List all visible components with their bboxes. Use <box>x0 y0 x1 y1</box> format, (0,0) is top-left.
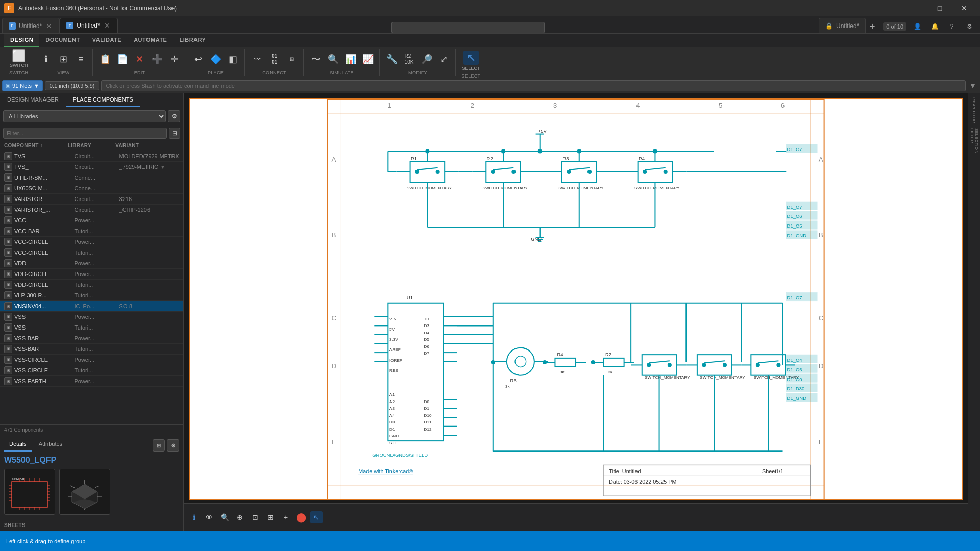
canvas-visibility-btn[interactable]: 👁 <box>203 511 215 523</box>
ribbon-btn-layers[interactable]: ≡ <box>73 53 89 65</box>
svg-text:D1_O5: D1_O5 <box>787 223 802 229</box>
list-item[interactable]: ▣UX60SC-M...Conne... <box>0 183 183 194</box>
selection-filter-btn[interactable]: SELECTION FILTER <box>969 128 979 159</box>
ribbon-tab-validate[interactable]: VALIDATE <box>86 34 128 47</box>
panel-tab-place-components[interactable]: PLACE COMPONENTS <box>66 93 140 107</box>
ribbon-btn-sim4[interactable]: 📈 <box>360 53 376 65</box>
canvas-zoom-in-btn[interactable]: ⊕ <box>234 511 246 523</box>
new-tab-button[interactable]: + <box>866 20 879 33</box>
list-item[interactable]: ▣VLP-300-R...Tutori... <box>0 290 183 301</box>
question-icon[interactable]: ? <box>945 20 959 33</box>
ribbon-btn-bus[interactable]: 0101 <box>266 52 283 67</box>
right-inspector-panel: INSPECTOR SELECTION FILTER <box>968 93 980 531</box>
list-item[interactable]: ▣VSS-BARTutori... <box>0 344 183 355</box>
ribbon-btn-sim1[interactable]: 〜 <box>308 53 324 65</box>
list-item[interactable]: ▣VSSTutori... <box>0 322 183 333</box>
ribbon-btn-modify4[interactable]: ⤢ <box>436 53 452 65</box>
ribbon-btn-paste[interactable]: 📋 <box>97 53 113 65</box>
canvas-fit-btn[interactable]: ⊡ <box>249 511 261 523</box>
canvas-area[interactable]: 1 2 3 4 5 6 A A B B C C D D E E <box>184 93 968 531</box>
inspector-panel-btn[interactable]: INSPECTOR <box>969 95 979 126</box>
close-button[interactable]: ✕ <box>952 0 976 16</box>
component-library: Power... <box>74 314 119 320</box>
ribbon-btn-mirror[interactable]: 🔷 <box>208 53 224 65</box>
tab-3[interactable]: 🔒 Untitled* <box>819 18 866 33</box>
command-input[interactable] <box>101 80 966 91</box>
library-select-dropdown[interactable]: All Libraries <box>3 110 166 122</box>
panel-tab-design-manager[interactable]: DESIGN MANAGER <box>0 93 66 107</box>
list-item[interactable]: ▣U.FL-R-SM...Conne... <box>0 172 183 183</box>
ribbon-btn-wire[interactable]: 〰 <box>249 54 265 64</box>
bell-icon[interactable]: 🔔 <box>928 20 941 33</box>
details-grid-btn[interactable]: ⊞ <box>153 439 165 452</box>
user-icon[interactable]: 👤 <box>911 20 924 33</box>
details-settings-btn[interactable]: ⚙ <box>167 439 179 452</box>
list-item[interactable]: ▣VSS-EARTHPower... <box>0 376 183 387</box>
ribbon-btn-switch[interactable]: ⬜ SWITCH <box>7 49 31 69</box>
ribbon-btn-resistor[interactable]: R210K <box>401 52 418 67</box>
list-item[interactable]: ▣VSS-BARPower... <box>0 333 183 344</box>
tab-search-input[interactable] <box>391 22 545 33</box>
filter-input[interactable] <box>3 128 167 139</box>
ribbon-tab-library[interactable]: LIBRARY <box>173 34 212 47</box>
list-item[interactable]: ▣VCC-CIRCLETutori... <box>0 247 183 258</box>
canvas-select-btn[interactable]: ↖ <box>310 511 323 523</box>
ribbon-btn-info[interactable]: ℹ <box>38 53 55 65</box>
minimize-button[interactable]: — <box>903 0 927 16</box>
ribbon-tab-design[interactable]: DESIGN <box>4 34 39 47</box>
list-item[interactable]: ▣VARISTOR_...Circuit..._CHIP-1206 <box>0 205 183 215</box>
tab-1-close[interactable]: ✕ <box>45 21 53 31</box>
ribbon-btn-modify3[interactable]: 🔎 <box>419 53 435 65</box>
list-item[interactable]: ▣VCC-BARTutori... <box>0 226 183 237</box>
list-item[interactable]: ▣VSS-CIRCLEPower... <box>0 355 183 365</box>
ribbon-btn-copy[interactable]: 📄 <box>114 53 131 65</box>
ribbon-btn-sim2[interactable]: 🔍 <box>325 53 341 65</box>
gear-icon[interactable]: ⚙ <box>963 20 976 33</box>
ribbon-btn-select[interactable]: ↖ SELECT <box>460 49 483 72</box>
canvas-add-btn[interactable]: + <box>280 511 292 523</box>
ribbon-btn-net[interactable]: ⊞ <box>284 55 300 63</box>
svg-line-71 <box>417 168 438 170</box>
list-item[interactable]: ▣VNSINV04...IC_Po...SO-8 <box>0 301 183 312</box>
svg-text:D: D <box>331 362 336 370</box>
ribbon-btn-add[interactable]: ➕ <box>149 53 165 65</box>
ribbon-btn-modify1[interactable]: 🔧 <box>384 53 400 65</box>
canvas-info-btn[interactable]: ℹ <box>188 511 200 523</box>
library-settings-btn[interactable]: ⚙ <box>168 110 180 122</box>
list-item[interactable]: ▣VDD-CIRCLEPower... <box>0 269 183 280</box>
schematic-canvas[interactable]: 1 2 3 4 5 6 A A B B C C D D E E <box>189 98 963 500</box>
list-item[interactable]: ▣VSSPower... <box>0 312 183 322</box>
filter-options-btn[interactable]: ⊟ <box>169 128 180 139</box>
list-item[interactable]: ▣VARISTORCircuit...3216 <box>0 194 183 205</box>
canvas-stop-btn[interactable]: ⬤ <box>295 511 307 523</box>
list-item[interactable]: ▣TVS_Circuit..._7929-METRIC▼ <box>0 162 183 172</box>
ribbon-btn-place[interactable]: ◧ <box>225 53 241 65</box>
details-tab-details[interactable]: Details <box>4 439 32 452</box>
command-dropdown-btn[interactable]: ▼ <box>968 80 978 91</box>
ribbon-btn-sim3[interactable]: 📊 <box>342 53 359 65</box>
list-item[interactable]: ▣VDDPower... <box>0 258 183 269</box>
ribbon-btn-move[interactable]: ✛ <box>166 53 183 65</box>
ribbon-tab-automate[interactable]: AUTOMATE <box>128 34 173 47</box>
canvas-grid-btn[interactable]: ⊞ <box>264 511 277 523</box>
net-select-dropdown[interactable]: ▣ 91 Nets ▼ <box>2 80 43 91</box>
tab-2-close[interactable]: ✕ <box>103 20 111 31</box>
list-item[interactable]: ▣VCC-CIRCLEPower... <box>0 237 183 247</box>
ribbon-btn-rotate[interactable]: ↩ <box>190 53 207 65</box>
ribbon-btn-delete[interactable]: ✕ <box>132 53 148 65</box>
list-item[interactable]: ▣TVSCircuit...MOLDED(7929-METRIC)▼ <box>0 151 183 162</box>
canvas-zoom-out-btn[interactable]: 🔍 <box>218 511 231 523</box>
list-item[interactable]: ▣VCCPower... <box>0 215 183 226</box>
details-tab-attributes[interactable]: Attributes <box>34 439 67 452</box>
component-name: VCC-CIRCLE <box>14 239 74 245</box>
list-item[interactable]: ▣VSS-CIRCLETutori... <box>0 365 183 376</box>
svg-point-240 <box>538 149 542 153</box>
tab-1[interactable]: F Untitled* ✕ <box>2 18 60 33</box>
component-icon: ▣ <box>4 270 12 278</box>
expand-icon[interactable]: ▼ <box>160 164 165 170</box>
ribbon-tab-document[interactable]: DOCUMENT <box>39 34 86 47</box>
maximize-button[interactable]: □ <box>928 0 951 16</box>
tab-2[interactable]: F Untitled* ✕ <box>60 18 117 33</box>
ribbon-btn-grid-view[interactable]: ⊞ <box>56 53 72 65</box>
list-item[interactable]: ▣VDD-CIRCLETutori... <box>0 280 183 290</box>
